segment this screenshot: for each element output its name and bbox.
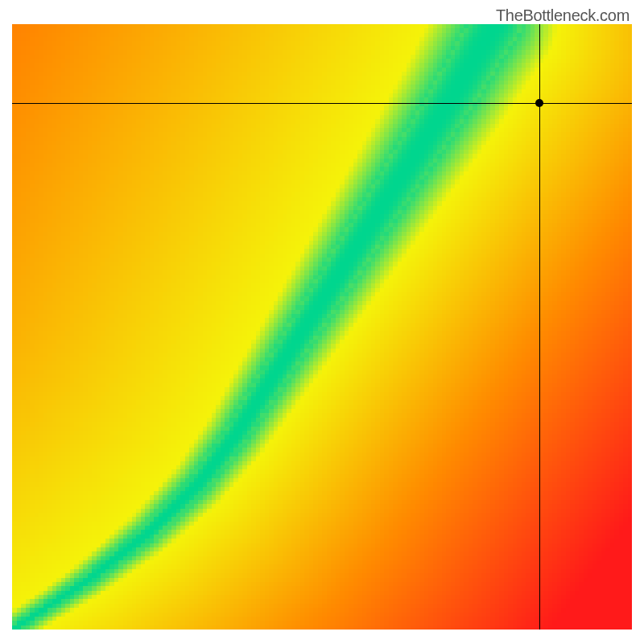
- data-point-marker: [535, 99, 543, 107]
- chart-frame: [12, 24, 632, 630]
- plot-area: [12, 24, 632, 630]
- crosshair-vertical: [539, 24, 540, 630]
- chart-container: TheBottleneck.com: [0, 0, 644, 644]
- attribution-text: TheBottleneck.com: [496, 6, 630, 25]
